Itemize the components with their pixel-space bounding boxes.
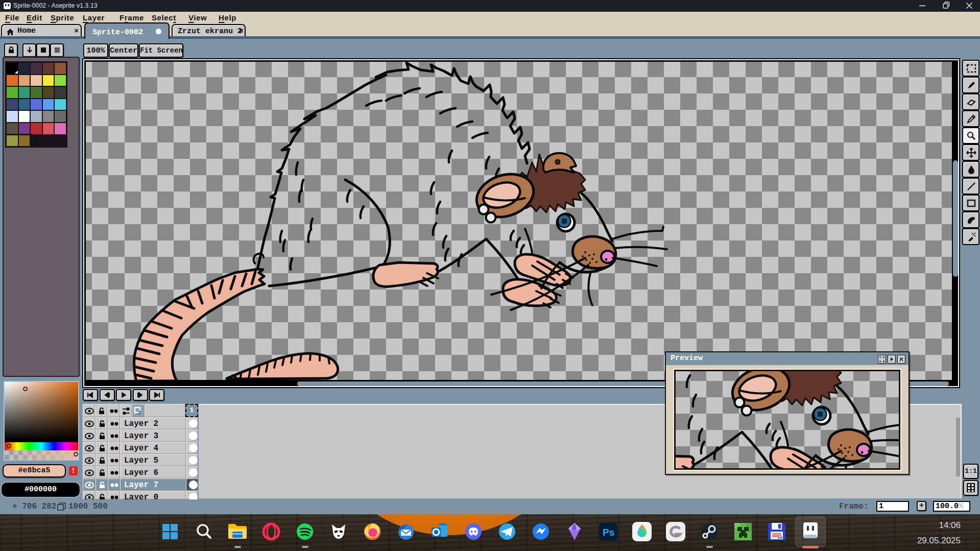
svg-text:64:: 64:	[778, 536, 784, 540]
svg-text:Ps: Ps	[603, 527, 614, 538]
